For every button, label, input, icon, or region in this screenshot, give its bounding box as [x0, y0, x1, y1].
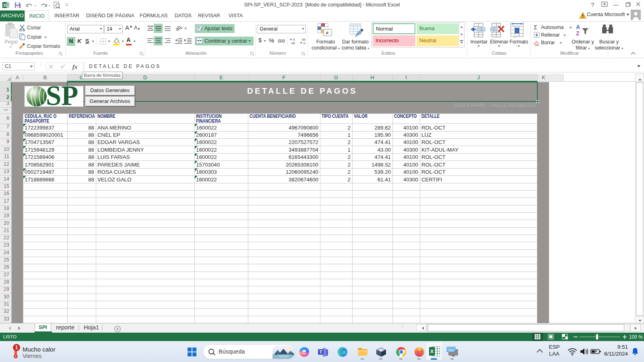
svg-text:Z: Z	[576, 30, 580, 37]
svg-text:1: 1	[15, 345, 18, 350]
svg-text:00: 00	[302, 38, 305, 41]
svg-text:A: A	[576, 24, 580, 30]
svg-text:00: 00	[291, 41, 295, 45]
svg-text:T: T	[320, 350, 322, 354]
svg-text:≠: ≠	[326, 30, 328, 36]
svg-text:0: 0	[303, 41, 305, 45]
svg-text:X: X	[430, 348, 434, 354]
svg-text:fx: fx	[72, 64, 78, 70]
svg-text:?: ?	[591, 1, 594, 8]
svg-text:SP: SP	[46, 86, 78, 107]
svg-text:0: 0	[293, 38, 295, 41]
